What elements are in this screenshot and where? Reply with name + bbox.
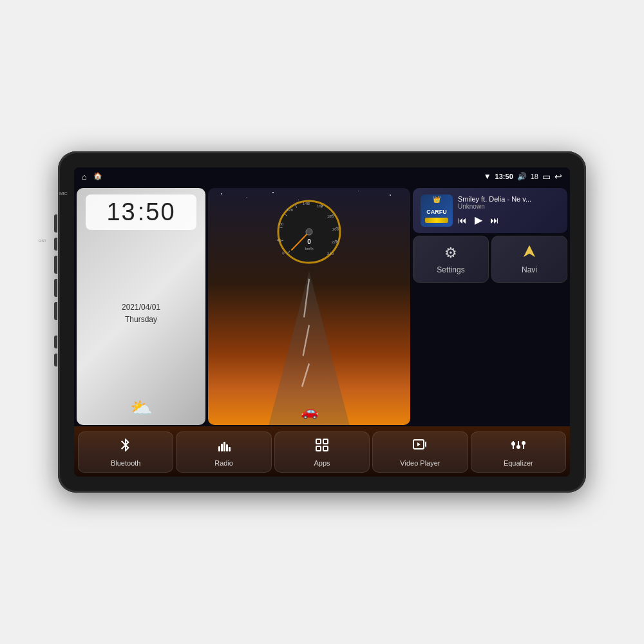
side-button-1[interactable] bbox=[54, 214, 57, 232]
settings-icon: ⚙ bbox=[444, 245, 457, 261]
quick-buttons-row: ⚙ Settings Navi bbox=[413, 236, 567, 283]
rst-label: RST bbox=[39, 239, 46, 243]
svg-marker-26 bbox=[269, 271, 350, 425]
main-content: 13 : 50 2021/04/01 Thursday ⛅ bbox=[74, 185, 570, 477]
video-player-button[interactable]: Video Player bbox=[372, 431, 468, 473]
music-artist: Unknown bbox=[458, 203, 560, 210]
top-grid: 13 : 50 2021/04/01 Thursday ⛅ bbox=[74, 185, 570, 426]
next-button[interactable]: ⏭ bbox=[490, 215, 499, 225]
home-icon: ⌂ bbox=[82, 172, 87, 182]
clock-colon: : bbox=[138, 198, 145, 226]
battery-icon: ▭ bbox=[542, 171, 551, 182]
navi-label: Navi bbox=[522, 265, 537, 274]
side-button-back[interactable] bbox=[54, 302, 57, 320]
svg-rect-30 bbox=[218, 446, 220, 451]
svg-text:120: 120 bbox=[287, 208, 294, 212]
album-ribbon bbox=[425, 218, 448, 223]
car-head-unit: MIC RST ⌂ 🏠 ▼ 13:50 🔊 18 ▭ ↩ bbox=[58, 151, 586, 493]
speedometer-bg: 0 40 80 120 140 160 180 200 220 240 bbox=[208, 188, 410, 425]
svg-rect-35 bbox=[316, 439, 321, 444]
music-title: Smiley ft. Delia - Ne v... bbox=[458, 195, 560, 203]
svg-point-42 bbox=[511, 442, 515, 446]
bluetooth-icon bbox=[118, 437, 133, 457]
settings-button[interactable]: ⚙ Settings bbox=[413, 236, 489, 283]
svg-rect-34 bbox=[229, 447, 231, 451]
album-logo: CARFU bbox=[426, 209, 447, 215]
svg-rect-32 bbox=[223, 442, 225, 451]
status-time: 13:50 bbox=[495, 173, 513, 180]
svg-marker-40 bbox=[417, 442, 421, 446]
svg-rect-33 bbox=[226, 444, 228, 451]
svg-text:200: 200 bbox=[332, 227, 339, 231]
volume-icon: 🔊 bbox=[517, 172, 527, 181]
svg-text:140: 140 bbox=[303, 202, 310, 205]
clock-day: Thursday bbox=[122, 314, 160, 326]
apps-icon bbox=[314, 437, 330, 457]
screen: ⌂ 🏠 ▼ 13:50 🔊 18 ▭ ↩ 13 : 50 bbox=[74, 167, 570, 477]
svg-text:180: 180 bbox=[327, 214, 334, 218]
svg-text:220: 220 bbox=[332, 240, 339, 244]
navi-button[interactable]: Navi bbox=[491, 236, 567, 283]
svg-text:160: 160 bbox=[317, 204, 324, 208]
svg-point-23 bbox=[306, 229, 312, 235]
mic-label: MIC bbox=[59, 191, 68, 196]
side-button-group: MIC RST bbox=[54, 203, 57, 366]
settings-label: Settings bbox=[437, 265, 464, 274]
svg-point-46 bbox=[522, 441, 526, 445]
equalizer-icon bbox=[511, 437, 526, 457]
speedometer-widget: 0 40 80 120 140 160 180 200 220 240 bbox=[208, 188, 410, 425]
clock-widget: 13 : 50 2021/04/01 Thursday ⛅ bbox=[77, 188, 205, 425]
svg-text:0: 0 bbox=[307, 238, 311, 245]
music-info: Smiley ft. Delia - Ne v... Unknown ⏮ ▶ ⏭ bbox=[458, 195, 560, 226]
bluetooth-label: Bluetooth bbox=[111, 459, 140, 467]
gauge-svg: 0 40 80 120 140 160 180 200 220 240 bbox=[274, 193, 345, 264]
volume-level: 18 bbox=[531, 173, 538, 180]
side-button-vol-down[interactable] bbox=[54, 354, 57, 366]
video-icon bbox=[412, 437, 428, 457]
radio-icon bbox=[216, 437, 232, 457]
status-bar-left: ⌂ 🏠 bbox=[82, 172, 102, 182]
equalizer-label: Equalizer bbox=[504, 459, 533, 467]
svg-rect-38 bbox=[323, 446, 328, 451]
road-svg bbox=[208, 271, 410, 425]
music-section: 👑 CARFU Smiley ft. Delia - Ne v... Unkno… bbox=[413, 188, 567, 425]
play-button[interactable]: ▶ bbox=[475, 214, 482, 226]
bluetooth-button[interactable]: Bluetooth bbox=[78, 431, 173, 473]
album-art: 👑 CARFU bbox=[421, 194, 453, 227]
wifi-icon: ▼ bbox=[484, 172, 491, 181]
svg-text:80: 80 bbox=[279, 222, 284, 226]
clock-date: 2021/04/01 Thursday bbox=[122, 301, 160, 326]
clock-hour: 13 bbox=[106, 198, 136, 226]
side-button-rst[interactable] bbox=[54, 238, 57, 251]
apps-label: Apps bbox=[314, 459, 330, 467]
svg-text:40: 40 bbox=[277, 238, 281, 242]
car-icon: 🚗 bbox=[301, 403, 318, 420]
clock-date-value: 2021/04/01 bbox=[122, 301, 160, 314]
speedo-gauge: 0 40 80 120 140 160 180 200 220 240 bbox=[274, 193, 345, 264]
weather-icon: ⛅ bbox=[130, 397, 153, 419]
status-bar-right: ▼ 13:50 🔊 18 ▭ ↩ bbox=[484, 171, 562, 182]
navi-icon bbox=[522, 244, 536, 261]
svg-rect-36 bbox=[323, 439, 328, 444]
equalizer-button[interactable]: Equalizer bbox=[471, 431, 566, 473]
apps-button[interactable]: Apps bbox=[274, 431, 370, 473]
video-player-label: Video Player bbox=[400, 459, 440, 467]
side-button-power[interactable] bbox=[54, 256, 57, 274]
side-button-vol-up[interactable] bbox=[54, 336, 57, 348]
bottom-dock: Bluetooth Radio bbox=[74, 426, 570, 477]
svg-rect-31 bbox=[221, 444, 223, 451]
status-bar: ⌂ 🏠 ▼ 13:50 🔊 18 ▭ ↩ bbox=[74, 167, 570, 185]
radio-button[interactable]: Radio bbox=[176, 431, 271, 473]
radio-label: Radio bbox=[214, 459, 233, 467]
clock-display: 13 : 50 bbox=[86, 194, 196, 230]
crown-icon: 👑 bbox=[433, 196, 440, 203]
music-widget[interactable]: 👑 CARFU Smiley ft. Delia - Ne v... Unkno… bbox=[413, 188, 567, 233]
home2-icon: 🏠 bbox=[93, 172, 102, 182]
prev-button[interactable]: ⏮ bbox=[458, 215, 467, 225]
back-icon[interactable]: ↩ bbox=[554, 171, 562, 182]
svg-text:km/h: km/h bbox=[305, 247, 313, 251]
music-controls: ⏮ ▶ ⏭ bbox=[458, 214, 560, 226]
svg-rect-37 bbox=[316, 446, 321, 451]
side-button-home[interactable] bbox=[54, 279, 57, 297]
svg-text:240: 240 bbox=[327, 252, 334, 256]
